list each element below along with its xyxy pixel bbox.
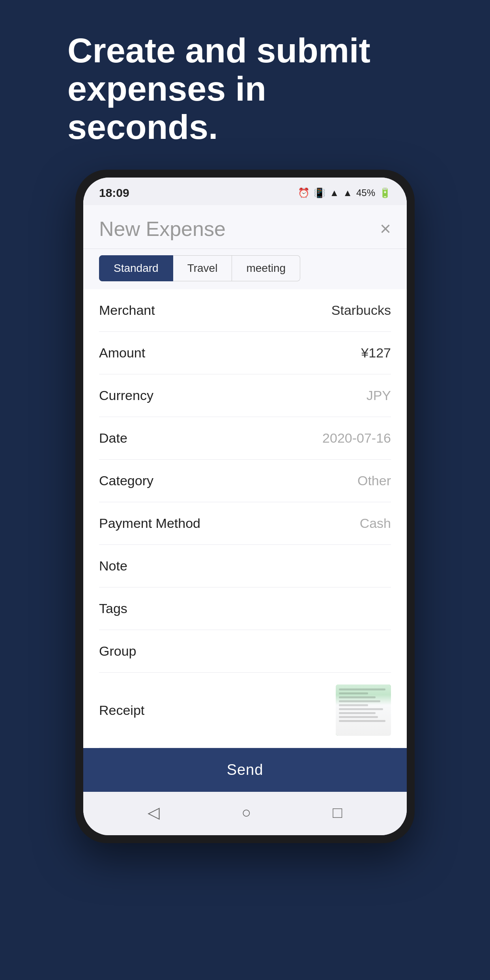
signal-icon: ▲ — [343, 187, 352, 198]
note-label: Note — [99, 558, 127, 574]
currency-row[interactable]: Currency JPY — [99, 374, 391, 417]
app-header: New Expense × — [83, 205, 407, 249]
form-body: Merchant Starbucks Amount ¥127 Currency … — [83, 289, 407, 748]
close-button[interactable]: × — [380, 219, 391, 238]
home-nav-icon[interactable]: ○ — [241, 804, 251, 821]
group-label: Group — [99, 643, 137, 659]
vibrate-icon: 📳 — [314, 187, 325, 198]
category-value: Other — [357, 473, 391, 488]
receipt-thumbnail — [336, 685, 391, 736]
receipt-row[interactable]: Receipt — [99, 673, 391, 748]
phone-mockup: 18:09 ⏰ 📳 ▲ ▲ 45% 🔋 New Expense × Standa… — [75, 170, 415, 843]
date-row[interactable]: Date 2020-07-16 — [99, 417, 391, 460]
date-value: 2020-07-16 — [322, 430, 391, 446]
dialog-title: New Expense — [99, 217, 226, 241]
currency-label: Currency — [99, 388, 153, 403]
status-bar: 18:09 ⏰ 📳 ▲ ▲ 45% 🔋 — [83, 178, 407, 205]
battery-icon: 🔋 — [379, 187, 391, 198]
merchant-value: Starbucks — [331, 303, 391, 318]
payment-method-value: Cash — [360, 516, 391, 531]
tab-meeting[interactable]: meeting — [232, 255, 300, 281]
nav-bar: ◁ ○ □ — [83, 792, 407, 835]
recent-nav-icon[interactable]: □ — [333, 804, 342, 821]
amount-label: Amount — [99, 345, 145, 361]
receipt-label: Receipt — [99, 703, 144, 718]
amount-row[interactable]: Amount ¥127 — [99, 332, 391, 374]
note-row[interactable]: Note — [99, 545, 391, 587]
headline: Create and submit expenses in seconds. — [67, 32, 423, 146]
merchant-label: Merchant — [99, 303, 155, 318]
tags-row[interactable]: Tags — [99, 587, 391, 630]
battery-text: 45% — [356, 187, 375, 198]
wifi-icon: ▲ — [329, 187, 339, 198]
alarm-icon: ⏰ — [298, 187, 310, 198]
status-icons: ⏰ 📳 ▲ ▲ 45% 🔋 — [298, 187, 391, 198]
payment-method-label: Payment Method — [99, 516, 200, 531]
category-row[interactable]: Category Other — [99, 460, 391, 502]
send-button[interactable]: Send — [83, 748, 407, 792]
date-label: Date — [99, 430, 127, 446]
currency-value: JPY — [367, 388, 391, 403]
payment-method-row[interactable]: Payment Method Cash — [99, 502, 391, 545]
merchant-row[interactable]: Merchant Starbucks — [99, 289, 391, 332]
tab-standard[interactable]: Standard — [99, 255, 173, 281]
group-row[interactable]: Group — [99, 630, 391, 673]
amount-value: ¥127 — [361, 345, 391, 361]
category-label: Category — [99, 473, 153, 488]
back-nav-icon[interactable]: ◁ — [148, 803, 160, 821]
tabs-container: Standard Travel meeting — [83, 249, 407, 289]
tags-label: Tags — [99, 601, 127, 616]
status-time: 18:09 — [99, 186, 129, 200]
tab-travel[interactable]: Travel — [173, 255, 232, 281]
